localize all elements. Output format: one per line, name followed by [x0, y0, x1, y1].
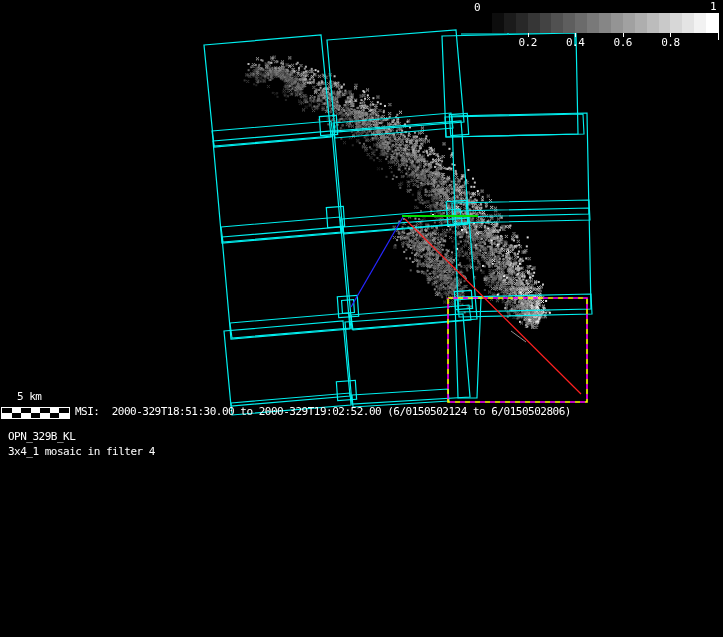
colorbar-step	[706, 13, 718, 33]
scale-bar-cell	[59, 413, 69, 418]
mosaic-strip-footprint[interactable]	[452, 200, 590, 223]
colorbar-step	[551, 13, 563, 33]
colorbar-step	[587, 13, 599, 33]
colorbar-step	[659, 13, 671, 33]
colorbar-tick-label: 0.4	[566, 36, 584, 49]
colorbar-step	[504, 13, 516, 33]
scale-bar-cell	[50, 413, 60, 418]
colorbar-step	[563, 13, 575, 33]
scale-bar-cell	[31, 413, 41, 418]
colorbar-step	[528, 13, 540, 33]
colorbar-max-label: 1	[710, 1, 716, 13]
mosaic-strip-footprint[interactable]	[333, 113, 453, 138]
colorbar-step	[623, 13, 635, 33]
colorbar-tick-label: 0.2	[518, 36, 536, 49]
sequence-name-label: OPN_329B_KL	[8, 431, 75, 443]
colorbar-step	[599, 13, 611, 33]
colorbar-min-label: 0	[474, 2, 480, 14]
colorbar-step	[635, 13, 647, 33]
colorbar-step	[492, 13, 504, 33]
scale-bar-label: 5 km	[17, 391, 42, 403]
scale-bar-cell	[40, 413, 50, 418]
scale-bar-cell	[21, 413, 31, 418]
scale-bar-cell	[12, 413, 22, 418]
colorbar-tick-label: 0.8	[661, 36, 679, 49]
mosaic-junction-box[interactable]	[446, 200, 468, 225]
colorbar-step	[480, 13, 492, 33]
mosaic-strip-footprint[interactable]	[342, 209, 462, 234]
mosaic-description-label: 3x4_1 mosaic in filter 4	[8, 446, 155, 458]
display-window[interactable]: 0 1 0.20.40.60.8 5 km MSI: 2000-329T18:5…	[0, 0, 723, 637]
colorbar-step	[682, 13, 694, 33]
colorbar-step	[694, 13, 706, 33]
colorbar-gradient[interactable]	[480, 13, 718, 33]
mosaic-junction-box[interactable]	[336, 380, 356, 400]
colorbar-step	[540, 13, 552, 33]
colorbar-step	[611, 13, 623, 33]
colorbar-tick-label: 0.6	[614, 36, 632, 49]
red-scan-line	[405, 219, 581, 394]
status-line: MSI: 2000-329T18:51:30.00 to 2000-329T19…	[75, 406, 571, 418]
footprint-overlay	[0, 0, 723, 637]
scale-bar-cell	[2, 413, 12, 418]
colorbar-step	[647, 13, 659, 33]
colorbar-step	[516, 13, 528, 33]
mosaic-footprint[interactable]	[442, 33, 578, 137]
scale-bar	[1, 407, 70, 419]
mosaic-strip-footprint[interactable]	[445, 114, 584, 137]
colorbar-step	[575, 13, 587, 33]
colorbar-step	[670, 13, 682, 33]
